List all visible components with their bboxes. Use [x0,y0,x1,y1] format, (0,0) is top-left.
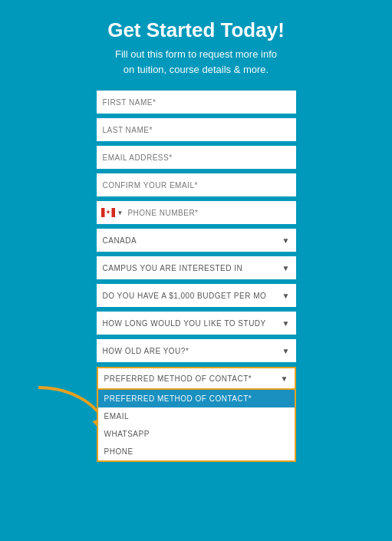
budget-select-wrapper: DO YOU HAVE A $1,000 BUDGET PER MO ▼ [97,284,296,307]
form-container: ▼ CANADA ▼ CAMPUS YOU ARE INTERESTED IN … [97,91,296,390]
phone-row: ▼ [97,201,296,224]
contact-method-dropdown-list: PREFERRED METHOD OF CONTACT* EMAIL WHATS… [97,390,296,462]
page-title: Get Started Today! [107,18,285,42]
country-select-wrapper: CANADA ▼ [97,229,296,252]
svg-rect-1 [101,208,105,217]
flag-dropdown-arrow: ▼ [117,209,124,216]
email-input[interactable] [97,146,296,169]
phone-input[interactable] [127,201,295,224]
page-wrapper: Get Started Today! Fill out this form to… [0,0,392,541]
budget-select[interactable]: DO YOU HAVE A $1,000 BUDGET PER MO [97,284,296,307]
contact-method-trigger-arrow: ▼ [281,374,288,383]
confirm-email-input[interactable] [97,173,296,196]
last-name-input[interactable] [97,118,296,141]
svg-rect-2 [111,208,115,217]
contact-option-default[interactable]: PREFERRED METHOD OF CONTACT* [98,390,295,407]
campus-select-wrapper: CAMPUS YOU ARE INTERESTED IN ▼ [97,256,296,279]
flag-selector[interactable]: ▼ [97,208,128,217]
contact-method-trigger[interactable]: PREFERRED METHOD OF CONTACT* ▼ [97,367,296,390]
contact-option-phone[interactable]: PHONE [98,443,295,460]
age-select-wrapper: HOW OLD ARE YOU?* ▼ [97,339,296,362]
contact-option-email[interactable]: EMAIL [98,407,295,425]
contact-method-dropdown-container: PREFERRED METHOD OF CONTACT* ▼ PREFERRED… [97,367,296,390]
contact-option-whatsapp[interactable]: WHATSAPP [98,425,295,443]
campus-select[interactable]: CAMPUS YOU ARE INTERESTED IN [97,256,296,279]
page-subtitle: Fill out this form to request more infoo… [115,47,277,77]
canada-flag-icon [101,208,115,217]
first-name-input[interactable] [97,91,296,114]
country-select[interactable]: CANADA [97,229,296,252]
study-duration-select-wrapper: HOW LONG WOULD YOU LIKE TO STUDY ▼ [97,312,296,335]
age-select[interactable]: HOW OLD ARE YOU?* [97,339,296,362]
contact-method-trigger-text: PREFERRED METHOD OF CONTACT* [104,374,252,383]
study-duration-select[interactable]: HOW LONG WOULD YOU LIKE TO STUDY [97,312,296,335]
